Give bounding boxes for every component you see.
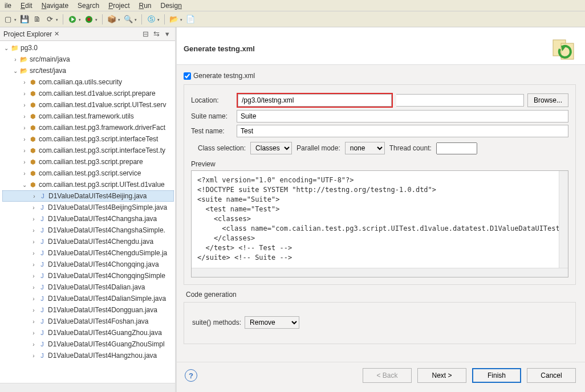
java-file-node[interactable]: ›JD1ValueDataUITest4Dalian.java [2, 281, 175, 293]
src-test-node[interactable]: ⌄📂src/test/java [2, 65, 175, 76]
dropdown-arrow-icon[interactable]: ▾ [157, 18, 160, 22]
menu-run[interactable]: Run [139, 2, 152, 10]
dropdown-arrow-icon[interactable]: ▾ [118, 18, 120, 22]
java-file-node[interactable]: ›JD1ValueDataUITest4Chengdu.java [2, 236, 175, 247]
menu-search[interactable]: Search [78, 2, 99, 10]
java-file-node[interactable]: ›JD1ValueDataUITest4GuangZhou.java [2, 327, 175, 338]
location-field-tail[interactable] [396, 94, 524, 107]
project-node[interactable]: ⌄📁pg3.0 [2, 42, 175, 54]
help-icon[interactable]: ? [185, 369, 197, 382]
expand-icon[interactable]: › [30, 262, 38, 268]
expand-icon[interactable]: › [30, 193, 38, 199]
finish-button[interactable]: Finish [472, 368, 521, 383]
location-field[interactable] [238, 94, 392, 107]
expand-icon[interactable]: › [21, 113, 29, 120]
package-node-8[interactable]: ›⬢com.cailian.test.pg3.script.service [2, 168, 175, 179]
test-name-field[interactable] [237, 125, 568, 137]
package-node-6[interactable]: ›⬢com.cailian.test.pg3.script.interfaceT… [2, 145, 175, 156]
java-file-node[interactable]: ›JD1ValueDataUITest4Dongguan.java [2, 304, 175, 316]
expand-icon[interactable]: › [30, 318, 38, 325]
java-file-node[interactable]: ›JD1ValueDataUITest4Beijing.java [2, 190, 174, 202]
expand-icon[interactable]: › [11, 56, 19, 63]
open-file-icon[interactable]: 📄 [186, 15, 195, 24]
expand-icon[interactable]: › [30, 341, 38, 348]
java-file-node[interactable]: ›JD1ValueDataUITest4Chongqing.java [2, 259, 175, 270]
view-menu-icon[interactable]: ▾ [162, 30, 172, 39]
class-selection-select[interactable]: Classes [250, 142, 292, 154]
expand-icon[interactable]: › [30, 307, 38, 313]
package-node-5[interactable]: ›⬢com.cailian.test.pg3.script.interfaceT… [2, 133, 175, 145]
package-node-4[interactable]: ›⬢com.cailian.test.pg3.framework.driverF… [2, 122, 175, 133]
cancel-button[interactable]: Cancel [527, 368, 576, 383]
java-file-node[interactable]: ›JD1ValueDataUITest4Hangzhou.java [2, 350, 175, 361]
package-node-2[interactable]: ›⬢com.cailian.test.d1value.script.UITest… [2, 99, 175, 111]
expand-icon[interactable]: › [21, 170, 29, 177]
expand-icon[interactable]: › [21, 102, 29, 108]
expand-icon[interactable]: ⌄ [11, 68, 19, 74]
expand-icon[interactable]: › [30, 353, 38, 359]
expand-icon[interactable]: › [30, 250, 38, 256]
package-node-0[interactable]: ›⬢com.cailian.qa.utils.security [2, 76, 175, 88]
expand-icon[interactable]: › [21, 125, 29, 131]
expand-icon[interactable]: › [30, 216, 38, 222]
menu-file[interactable]: ile [5, 2, 11, 10]
parallel-mode-select[interactable]: none [345, 142, 385, 154]
package-explorer-icon[interactable]: 📦 [107, 15, 116, 24]
expand-icon[interactable]: › [21, 148, 29, 154]
dropdown-arrow-icon[interactable]: ▾ [135, 18, 137, 22]
scrollbar-vertical[interactable] [559, 171, 568, 268]
generate-checkbox[interactable] [184, 72, 191, 80]
java-file-node[interactable]: ›JD1ValueDataUITest4GuangZhouSimpl [2, 338, 175, 350]
package-node-3[interactable]: ›⬢com.cailian.test.framework.utils [2, 111, 175, 122]
expand-icon[interactable]: ⌄ [2, 45, 10, 51]
dropdown-arrow-icon[interactable]: ▾ [14, 18, 17, 22]
expand-icon[interactable]: › [30, 239, 38, 245]
expand-icon[interactable]: › [30, 284, 38, 291]
saveall-icon[interactable]: 🗎 [32, 15, 42, 24]
collapse-all-icon[interactable]: ⊟ [141, 30, 150, 39]
save-icon[interactable]: 💾 [20, 15, 29, 24]
suite-name-field[interactable] [237, 110, 568, 122]
expand-icon[interactable]: ⌄ [21, 182, 29, 188]
src-main-node[interactable]: ›📂src/main/java [2, 54, 175, 65]
dropdown-arrow-icon[interactable]: ▾ [95, 18, 98, 22]
expand-icon[interactable]: › [30, 205, 38, 211]
expand-icon[interactable]: › [30, 330, 38, 336]
refresh-icon[interactable]: ⟳ [45, 15, 54, 24]
search-icon[interactable]: 🔍 [124, 15, 133, 24]
preview-textarea[interactable]: <?xml version="1.0" encoding="UTF-8"?><!… [191, 170, 568, 277]
debug-coverage-icon[interactable] [84, 15, 94, 24]
suite-methods-select[interactable]: Remove [245, 316, 299, 329]
expand-icon[interactable]: › [30, 227, 38, 234]
java-file-node[interactable]: ›JD1ValueDataUITest4Changsha.java [2, 213, 175, 224]
java-file-node[interactable]: ›JD1ValueDataUITest4Foshan.java [2, 316, 175, 327]
link-editor-icon[interactable]: ⇆ [152, 30, 161, 39]
project-tree[interactable]: ⌄📁pg3.0›📂src/main/java⌄📂src/test/java›⬢c… [0, 41, 175, 392]
package-node-1[interactable]: ›⬢com.cailian.test.d1value.script.prepar… [2, 88, 175, 99]
menu-design[interactable]: Design [161, 2, 182, 10]
view-close-icon[interactable]: ✕ [54, 30, 59, 38]
expand-icon[interactable]: › [21, 91, 29, 97]
java-file-node[interactable]: ›JD1ValueDataUITest4BeijingSimple.java [2, 202, 175, 213]
new-icon[interactable]: ▢ [3, 15, 13, 24]
java-file-node[interactable]: ›JD1ValueDataUITest4ChongqingSimple [2, 270, 175, 281]
expand-icon[interactable]: › [30, 273, 38, 279]
expand-icon[interactable]: › [21, 79, 29, 85]
dropdown-arrow-icon[interactable]: ▾ [56, 18, 58, 22]
package-node-open[interactable]: ⌄⬢com.cailian.test.pg3.script.UITest.d1v… [2, 179, 175, 190]
expand-icon[interactable]: › [21, 159, 29, 165]
run-icon[interactable] [68, 15, 77, 24]
expand-icon[interactable]: › [21, 136, 29, 142]
menu-navigate[interactable]: Navigate [42, 2, 68, 10]
menu-project[interactable]: Project [108, 2, 129, 10]
scrollbar-horizontal[interactable] [192, 268, 568, 277]
browse-button[interactable]: Browse... [527, 93, 568, 107]
dropdown-arrow-icon[interactable]: ▾ [79, 18, 81, 22]
next-button[interactable]: Next > [417, 368, 466, 383]
skype-icon[interactable]: Ⓢ [147, 15, 156, 24]
java-file-node[interactable]: ›JD1ValueDataUITest4ChengduSimple.ja [2, 247, 175, 259]
java-file-node[interactable]: ›JD1ValueDataUITest4ChangshaSimple. [2, 224, 175, 236]
open-folder-icon[interactable]: 📂 [169, 15, 178, 24]
java-file-node[interactable]: ›JD1ValueDataUITest4DalianSimple.java [2, 293, 175, 304]
dropdown-arrow-icon[interactable]: ▾ [180, 18, 182, 22]
